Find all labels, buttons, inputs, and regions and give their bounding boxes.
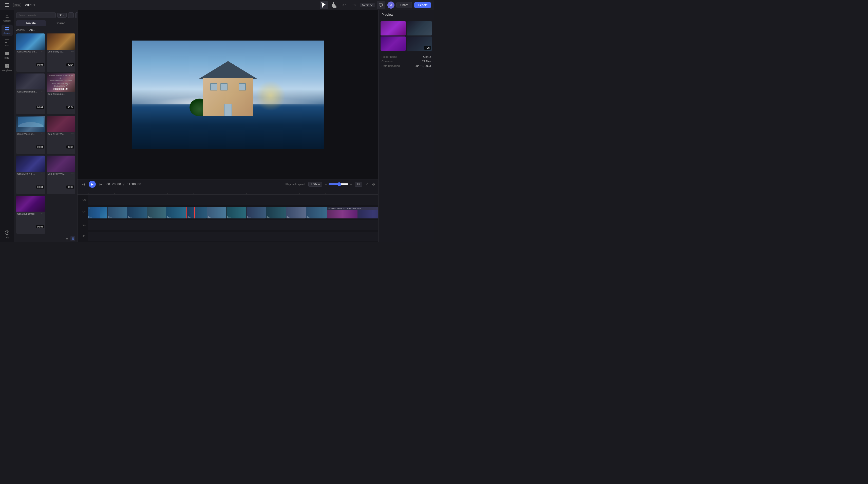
- list-item[interactable]: 00:04 Gen-2 Holly Viv... ⋯: [46, 116, 75, 154]
- svg-rect-8: [7, 64, 9, 66]
- asset-more-button[interactable]: ⋯: [40, 212, 44, 215]
- list-view-button[interactable]: ≡: [65, 236, 69, 241]
- zoom-slider[interactable]: [328, 182, 349, 186]
- preview-thumb-4[interactable]: +25: [407, 36, 432, 51]
- search-area: ↑ ⊕: [14, 10, 77, 20]
- asset-info: Gen-2 Video of ... ⋯: [16, 132, 45, 136]
- zoom-control[interactable]: 52 %: [360, 3, 375, 7]
- breadcrumb-root[interactable]: Assets: [16, 28, 25, 31]
- asset-more-button[interactable]: ⋯: [70, 50, 74, 54]
- share-button[interactable]: Share: [397, 2, 412, 8]
- gen1-movie-clip[interactable]: 📹 Gen-1 Movie on 13-06-2023 .mp4: [327, 207, 378, 218]
- playback-speed-button[interactable]: 1.00x: [308, 182, 322, 187]
- filter-button[interactable]: [57, 13, 67, 18]
- clip[interactable]: Ge...: [108, 207, 127, 218]
- clip[interactable]: Ge...: [127, 207, 147, 218]
- sidebar-item-upload[interactable]: Upload: [2, 12, 13, 24]
- expand-button[interactable]: ⤢: [365, 181, 369, 187]
- asset-more-button[interactable]: ⋯: [40, 172, 44, 176]
- svg-rect-5: [7, 29, 9, 30]
- track-content-v3[interactable]: [88, 195, 378, 205]
- ruler-track: 05s10s15s20s25s30s35s40s45s50s55s: [88, 189, 378, 194]
- list-item[interactable]: 00:04 Gen-2 Waves cra... ⋯: [16, 33, 45, 72]
- playback-speed-label: Playback speed:: [285, 183, 306, 186]
- skip-forward-button[interactable]: ⏭: [98, 181, 104, 187]
- upload-label: Upload: [3, 20, 11, 22]
- clip[interactable]: Ge...: [147, 207, 166, 218]
- select-tool-button[interactable]: [320, 1, 328, 9]
- menu-button[interactable]: [3, 1, 11, 9]
- clip[interactable]: 📹 Ge...: [88, 207, 107, 218]
- search-input[interactable]: [16, 12, 56, 18]
- clip[interactable]: Ge...: [226, 207, 246, 218]
- clip[interactable]: Ge...: [286, 207, 306, 218]
- sidebar-item-solid[interactable]: Solid: [2, 50, 13, 61]
- list-item[interactable]: 00:04 Gen-2 Video of ... ⋯: [16, 116, 45, 154]
- timeline-ruler: 05s10s15s20s25s30s35s40s45s50s55s: [78, 189, 378, 194]
- tab-shared[interactable]: Shared: [46, 20, 75, 26]
- preview-thumb-1[interactable]: [380, 21, 406, 35]
- asset-more-button[interactable]: ⋯: [40, 132, 44, 135]
- track-label-v2: V2: [78, 211, 88, 214]
- clip[interactable]: Ge...: [306, 207, 327, 218]
- preview-area[interactable]: [78, 10, 378, 179]
- track-content-v2[interactable]: 📹 Ge... Ge... Ge...: [88, 207, 378, 218]
- list-item[interactable]: 00:04 Gen-2 Jon in a ... ⋯: [16, 156, 45, 194]
- asset-info: Gen-2 (unnamed) ⋯: [16, 212, 45, 216]
- playback-speed-value: 1.00x: [310, 183, 317, 186]
- asset-info: Gen-2 Holly Viv... ⋯: [46, 172, 75, 176]
- asset-info: Gen-2 Man stand... ⋯: [16, 89, 45, 94]
- clip[interactable]: Ge...: [187, 207, 207, 218]
- monitor-button[interactable]: [377, 1, 385, 9]
- house-roof: [199, 61, 257, 79]
- clip[interactable]: Ge...: [207, 207, 226, 218]
- sidebar-item-templates[interactable]: Templates: [2, 62, 13, 73]
- track-content-a1[interactable]: [88, 232, 378, 241]
- date-label: Date uploaded: [381, 64, 400, 67]
- list-item[interactable]: 00:04 Gen-2 (unnamed) ⋯: [16, 195, 45, 234]
- zoom-out-button[interactable]: −: [324, 182, 327, 186]
- zoom-in-button[interactable]: +: [350, 182, 352, 186]
- sidebar-item-assets[interactable]: Assets: [2, 25, 13, 36]
- asset-more-button[interactable]: ⋯: [70, 172, 74, 176]
- list-item[interactable]: 00:04 Gen-2 Man stand... ⋯: [16, 73, 45, 114]
- hand-tool-button[interactable]: [330, 1, 338, 9]
- avatar[interactable]: J: [388, 2, 395, 9]
- preview-thumb-2[interactable]: [407, 21, 432, 35]
- asset-more-button[interactable]: ⋯: [40, 90, 44, 93]
- asset-more-button[interactable]: ⋯: [40, 50, 44, 54]
- project-title[interactable]: edit 01: [25, 3, 35, 7]
- tab-private[interactable]: Private: [16, 20, 46, 26]
- preview-thumb-3[interactable]: [380, 36, 406, 51]
- export-button[interactable]: Export: [414, 2, 431, 8]
- skip-back-button[interactable]: ⏮: [81, 181, 86, 187]
- clip[interactable]: Ge...: [247, 207, 266, 218]
- redo-button[interactable]: ↪: [350, 1, 358, 9]
- timeline-settings-button[interactable]: ⚙: [372, 182, 375, 186]
- asset-more-button[interactable]: ⋯: [70, 132, 74, 135]
- sidebar-item-help[interactable]: Help: [2, 229, 13, 240]
- duration-badge: 00:04: [36, 106, 44, 109]
- sidebar-item-text[interactable]: Text: [2, 37, 13, 49]
- undo-button[interactable]: ↩: [340, 1, 348, 9]
- duration-badge: 00:04: [36, 185, 44, 188]
- sort-button[interactable]: ↑: [68, 12, 74, 18]
- svg-rect-7: [5, 64, 7, 68]
- clip[interactable]: Ge...: [266, 207, 286, 218]
- fit-button[interactable]: Fit: [355, 182, 362, 187]
- preview-thumbs: +25: [378, 19, 434, 53]
- duration-badge: 00:04: [66, 106, 74, 109]
- list-item[interactable]: Intal kn Blanck & an & Keb AnKalpul thin…: [46, 73, 75, 114]
- list-item[interactable]: 00:04 Gen-2 furry fat... ⋯: [46, 33, 75, 72]
- timeline-tracks: V3 V2 📹 Ge...: [78, 194, 378, 242]
- play-button[interactable]: ▶: [89, 181, 96, 188]
- clip[interactable]: Ge...: [166, 207, 186, 218]
- assets-icon: [5, 26, 10, 31]
- contents-row: Contents 29 files: [381, 60, 431, 63]
- timeline-controls: ⏮ ▶ ⏭ 00:20.00 / 01:00.00 Playback speed…: [78, 179, 378, 189]
- track-content-v1[interactable]: [88, 220, 378, 230]
- asset-more-button[interactable]: ⋯: [70, 92, 74, 96]
- breadcrumb: Assets › Gen-2: [14, 27, 77, 32]
- list-item[interactable]: 00:04 Gen-2 Holly Viv... ⋯: [46, 156, 75, 194]
- grid-view-button[interactable]: ⊞: [70, 236, 75, 241]
